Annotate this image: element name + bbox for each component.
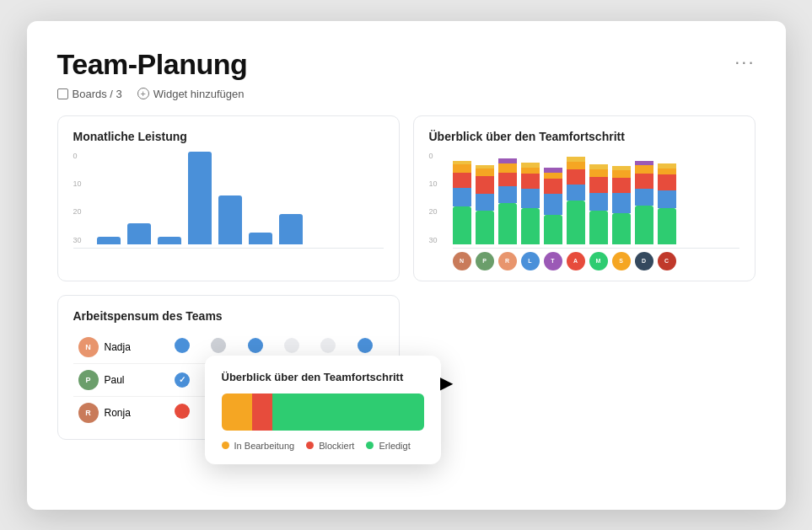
bar-chart-inner [97,152,384,244]
avatar-9: D [635,252,653,270]
person-name-nadja: Nadja [105,341,131,353]
person-name-paul: Paul [105,374,125,386]
bar-5 [218,195,242,244]
card-workload: Arbeitspensum des Teams N Nadja [57,295,400,440]
stacked-bar-5 [544,168,562,244]
avatar-3: R [498,252,517,270]
main-window: Team-Planung ··· Boards / 3 + Widget hin… [27,21,786,510]
person-cell-nadja: N Nadja [78,337,159,357]
bar-7 [279,214,303,244]
stacked-bar-6 [567,157,585,244]
stacked-bar-1 [453,161,471,244]
stacked-bar-7 [589,164,608,244]
x-axis-line [73,248,384,249]
breadcrumb-boards[interactable]: Boards / 3 [57,88,122,100]
legend-label-erledigt: Erledigt [379,441,410,451]
tooltip-bar-wrap [222,393,424,431]
bar-chart-monthly: 30 20 10 0 [73,152,384,244]
tooltip-seg-red [252,393,272,431]
tooltip-card: Überblick über den Teamfortschritt In Be… [205,356,441,464]
dot-nadja-1 [175,338,190,353]
avatar-1: N [453,252,471,270]
stacked-bar-3 [498,158,517,244]
breadcrumb-add-widget[interactable]: + Widget hinzufügen [137,88,245,100]
stacked-bar-10 [658,163,676,244]
dot-nadja-4 [284,338,299,353]
avatar-6: A [567,252,585,270]
person-avatar-nadja: N [78,337,99,357]
dot-nadja-2 [211,338,226,353]
tooltip-seg-green [272,393,424,431]
more-button[interactable]: ··· [734,51,755,73]
avatar-row: N P R L T A M S D C [429,252,739,270]
tooltip-legend: In Bearbeitung Blockiert Erledigt [222,441,424,451]
avatar-10: C [658,252,676,270]
page-header: Team-Planung ··· [57,48,756,81]
legend-label-blockiert: Blockiert [319,441,354,451]
x-axis-stacked [453,248,739,249]
board-icon [57,88,68,99]
dashboard-grid: Monatliche Leistung 30 20 10 0 [57,115,756,440]
avatar-5: T [544,252,562,270]
legend-item-blockiert: Blockiert [306,441,354,451]
avatar-7: M [589,252,608,270]
person-cell-paul: P Paul [78,370,159,390]
y-axis-monthly: 30 20 10 0 [73,152,82,244]
legend-item-bearbeitung: In Bearbeitung [222,441,295,451]
bar-1 [97,237,121,244]
person-cell-ronja: R Ronja [78,403,159,423]
legend-item-erledigt: Erledigt [366,441,410,451]
dot-ronja-1 [175,404,190,419]
breadcrumb: Boards / 3 + Widget hinzufügen [57,88,756,100]
tooltip-seg-orange [222,393,252,431]
empty-slot [413,295,756,440]
legend-dot-red [306,442,314,449]
avatar-8: S [612,252,631,270]
stacked-bar-4 [521,163,540,244]
bar-2 [127,223,151,244]
bar-3 [158,237,181,244]
card-workload-title: Arbeitspensum des Teams [73,309,384,323]
avatar-2: P [476,252,494,270]
stacked-chart: 30 20 10 0 [429,152,739,244]
card-team-progress: Überblick über den Teamfortschritt 30 20… [413,115,756,281]
legend-dot-orange [222,442,229,449]
stacked-bar-9 [635,161,653,244]
legend-dot-green [366,442,374,449]
person-avatar-ronja: R [78,403,99,423]
card-monthly-perf-title: Monatliche Leistung [73,130,384,143]
tooltip-title: Überblick über den Teamfortschritt [222,371,424,383]
card-team-progress-title: Überblick über den Teamfortschritt [429,130,739,143]
avatar-4: L [521,252,540,270]
dot-nadja-5 [320,338,336,353]
person-avatar-paul: P [78,370,99,390]
bar-6 [249,233,272,244]
dot-nadja-3 [248,338,263,353]
plus-icon: + [137,88,149,99]
person-name-ronja: Ronja [105,407,131,419]
dot-paul-1: ✓ [175,372,190,388]
stacked-chart-inner [453,152,739,244]
dot-nadja-6 [358,338,373,353]
page-title: Team-Planung [57,48,248,81]
stacked-bar-8 [612,166,631,244]
bar-4 [188,152,212,244]
y-axis-stacked: 30 20 10 0 [429,152,438,244]
stacked-bar-2 [476,165,494,244]
cursor-icon: ▶ [440,372,453,393]
legend-label-bearbeitung: In Bearbeitung [234,441,295,451]
card-monthly-perf: Monatliche Leistung 30 20 10 0 [57,115,400,281]
